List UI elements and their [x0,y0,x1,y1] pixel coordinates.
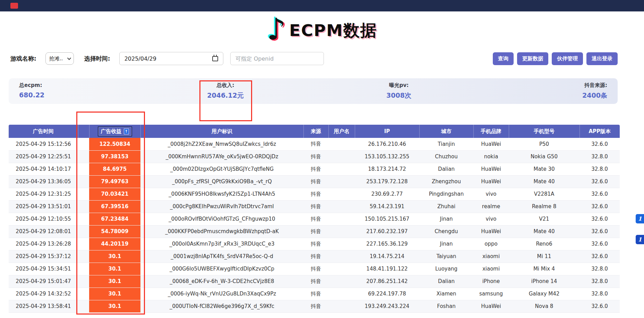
cell-version: 32.8.0 [579,288,620,300]
cell-username [328,225,355,238]
stat-total-ecpm: 总ecpm:680.22 [19,82,44,99]
cell-time: 2025-04-29 15:01:47 [9,275,78,288]
cell-username [328,163,355,175]
floating-edge-button-top[interactable]: 1 [636,214,644,223]
table-row: 2025-04-29 12:08:0154.78009_000KKFP0ebdP… [9,225,620,238]
col-header-revenue[interactable]: 广告收益↑ [89,125,140,138]
cell-ip: 148.41.191.122 [355,263,419,275]
revenue-sort-control[interactable]: 广告收益↑ [98,126,132,136]
cell-time: 2025-04-29 15:12:56 [9,138,78,150]
game-select-value: 抢滩.. [49,55,63,62]
cell-openid: _000cPg8KEIhPwzuWiRvlh7btDtrvc7amI [140,200,303,213]
cell-time: 2025-04-29 13:26:28 [9,238,78,250]
cell-spacer [78,150,89,163]
cell-model: Mi 11 [509,250,579,263]
ecpm-data-table: 广告时间广告收益↑用户标识来源用户名IP城市手机品牌手机型号APP版本 2025… [9,125,620,313]
cell-source: 抖音 [303,238,328,250]
cell-time: 2025-04-29 13:36:05 [9,175,78,188]
cell-time: 2025-04-29 15:34:51 [9,263,78,275]
stat-value: 2400条 [582,91,607,100]
date-value: 2025/04/29 [124,55,156,62]
partner-manage-button[interactable]: 伙伴管理 [552,52,583,65]
cell-source: 抖音 [303,213,328,225]
game-select[interactable]: 抢滩.. [45,52,74,65]
cell-revenue: 30.1 [89,275,140,288]
col-header-source: 来源 [303,125,328,138]
cell-openid: _000oROvIfBOtViOohfGTzG_CFhguwzp10 [140,213,303,225]
cell-username [328,150,355,163]
cell-openid: _000G6lo5UWBEFXwygIfticdDIpKzvz0Cp [140,263,303,275]
cell-spacer [78,175,89,188]
cell-source: 抖音 [303,138,328,150]
col-header-openid: 用户标识 [140,125,303,138]
cell-source: 抖音 [303,250,328,263]
cell-brand: iPhone [473,275,509,288]
col-header-username: 用户名 [328,125,355,138]
cell-time: 2025-04-29 12:10:55 [9,213,78,225]
update-data-button[interactable]: 更新数据 [517,52,548,65]
cell-city: Taiyuan [419,250,473,263]
cell-version: 32.8.0 [579,263,620,275]
cell-time: 2025-04-29 12:08:01 [9,225,78,238]
stat-exposure-pv: 曝光pv:3008次 [361,82,437,100]
cell-revenue: 70.03421 [89,188,140,200]
query-button[interactable]: 查询 [493,52,514,65]
cell-openid: _00068_eDK-Fv-6h_W-3-CDE2hcCVjz8E8 [140,275,303,288]
table-row: 2025-04-29 13:58:4130.1_000UTIoN-fCI82We… [9,300,620,312]
date-picker-input[interactable]: 2025/04/29 [119,52,223,65]
stat-label: 曝光pv: [361,82,437,89]
cell-revenue: 30.1 [89,263,140,275]
cell-ip: 26.176.210.46 [355,138,419,150]
cell-revenue: 122.50834 [89,138,140,150]
calendar-icon [212,56,218,61]
cell-time: 2025-04-29 15:37:12 [9,250,78,263]
cell-model: Nokia G50 [509,150,579,163]
cell-username [328,238,355,250]
cell-ip: 59.14.23.191 [355,200,419,213]
col-header-time: 广告时间 [9,125,78,138]
cell-brand: HuaWei [473,163,509,175]
cell-ip: 150.105.215.167 [355,213,419,225]
cell-version: 32.6.0 [579,250,620,263]
chevron-down-icon [67,56,71,60]
cell-source: 抖音 [303,300,328,312]
cell-city: Dalian [419,275,473,288]
cell-brand: samsung [473,288,509,300]
cell-model: Mate 30 [509,163,579,175]
cell-city: Jinan [419,238,473,250]
cell-ip: 217.60.232.197 [355,225,419,238]
cell-model: Galaxy M42 [509,288,579,300]
cell-version: 32.6.0 [579,188,620,200]
logout-button[interactable]: 退出登录 [586,52,618,65]
cell-username [328,188,355,200]
cell-spacer [78,213,89,225]
cell-source: 抖音 [303,200,328,213]
cell-time: 2025-04-29 13:58:41 [9,300,78,312]
openid-input[interactable] [230,52,324,65]
cell-version: 32.6.0 [579,138,620,150]
cell-revenue: 30.1 [89,250,140,263]
col-header-model: 手机型号 [509,125,579,138]
floating-edge-button-bottom[interactable]: 1 [636,235,644,244]
page-title: ECPM数据 [289,20,377,42]
cell-time: 2025-04-29 12:25:51 [9,150,78,163]
cell-spacer [78,225,89,238]
stat-label: 总收入: [187,82,264,89]
table-row: 2025-04-29 12:10:5567.23484_000oROvIfBOt… [9,213,620,225]
cell-openid: _0006KNF95HO8lkwsfyK2l5Zp1-LTN4Ah5 [140,188,303,200]
cell-time: 2025-04-29 13:51:01 [9,200,78,213]
col-header-version: APP版本 [579,125,620,138]
cell-spacer [78,250,89,263]
cell-ip: 18.173.214.72 [355,163,419,175]
cell-source: 抖音 [303,175,328,188]
cell-revenue: 97.38153 [89,150,140,163]
cell-time: 2025-04-29 12:31:25 [9,188,78,200]
cell-brand: xiaomi [473,250,509,263]
table-row: 2025-04-29 15:34:5130.1_000G6lo5UWBEFXwy… [9,263,620,275]
cell-openid: _000ol0AsKmn7p3if_xRx3i_3RDUqcC_e3 [140,238,303,250]
stats-bar: 总ecpm:680.22总收入:2046.12元曝光pv:3008次抖音来源:2… [9,78,618,104]
cell-version: 32.8.0 [579,150,620,163]
game-name-label: 游戏名称: [10,55,36,63]
cell-ip: 227.165.36.129 [355,238,419,250]
cell-openid: _0001wzj8nlApTK4fs_SrdV47Re5oc-Q-d [140,250,303,263]
